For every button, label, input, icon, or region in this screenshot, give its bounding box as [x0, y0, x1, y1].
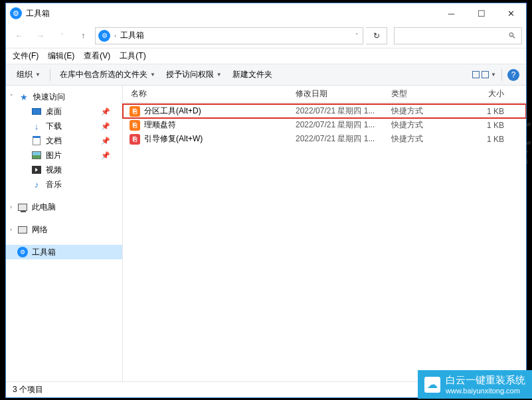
file-icon: ⎘ [130, 134, 140, 145]
address-bar[interactable]: ⚙ › 工具箱 ˅ [95, 27, 363, 44]
toolbox-icon: ⚙ [17, 247, 28, 257]
file-size: 1 KB [463, 135, 511, 144]
video-icon [31, 165, 42, 175]
back-button[interactable]: ← [10, 27, 29, 45]
pc-icon [17, 202, 28, 212]
menu-edit[interactable]: 编辑(E) [48, 50, 74, 62]
title-bar[interactable]: ⚙ 工具箱 ─ ☐ ✕ [6, 3, 526, 23]
location-icon: ⚙ [98, 30, 110, 42]
sidebar-this-pc[interactable]: › 此电脑 [6, 200, 122, 214]
chevron-down-icon: ▼ [150, 72, 155, 78]
column-headers: 名称 修改日期 类型 大小 [123, 86, 526, 103]
pin-icon: 📌 [101, 137, 110, 145]
view-options-button[interactable]: ▼ [472, 71, 496, 78]
close-button[interactable]: ✕ [496, 4, 526, 23]
file-row[interactable]: ⎘引导修复(Alt+W)2022/07/21 星期四 1...快捷方式1 KB [123, 132, 526, 146]
watermark-icon: ☁ [424, 377, 440, 393]
col-size[interactable]: 大小 [463, 88, 511, 100]
chevron-down-icon: ▼ [491, 72, 496, 78]
file-date: 2022/07/21 星期四 1... [296, 105, 391, 117]
include-button[interactable]: 在库中包含所选的文件夹 ▼ [56, 64, 159, 85]
new-folder-button[interactable]: 新建文件夹 [228, 64, 276, 85]
item-count: 3 个项目 [13, 384, 43, 395]
chevron-down-icon: ▼ [35, 72, 41, 78]
access-button[interactable]: 授予访问权限 ▼ [162, 64, 226, 85]
sidebar-downloads[interactable]: ↓ 下载 📌 [6, 119, 122, 133]
network-icon [17, 224, 28, 235]
file-icon: ⎘ [130, 120, 140, 131]
toolbar: 组织 ▼ 在库中包含所选的文件夹 ▼ 授予访问权限 ▼ 新建文件夹 ▼ ? [6, 64, 526, 86]
forward-button[interactable]: → [31, 27, 50, 45]
file-area: 名称 修改日期 类型 大小 ⎘分区工具(Alt+D)2022/07/21 星期四… [123, 86, 526, 381]
chevron-down-icon: ▼ [217, 72, 222, 78]
music-icon: ♪ [31, 179, 42, 190]
file-type: 快捷方式 [391, 119, 463, 131]
refresh-button[interactable]: ↻ [366, 27, 387, 44]
nav-bar: ← → ˅ ↑ ⚙ › 工具箱 ˅ ↻ 🔍︎ [6, 23, 526, 48]
watermark-url: www.baiyunxitong.com [446, 387, 525, 395]
nav-sidebar: ˅ ★ 快速访问 桌面 📌 ↓ 下载 📌 文档 📌 图片 [6, 86, 123, 381]
menu-tools[interactable]: 工具(T) [120, 50, 145, 62]
maximize-button[interactable]: ☐ [466, 4, 496, 23]
col-type[interactable]: 类型 [391, 88, 463, 100]
content-area: ˅ ★ 快速访问 桌面 📌 ↓ 下载 📌 文档 📌 图片 [6, 86, 526, 381]
file-date: 2022/07/21 星期四 1... [296, 119, 391, 131]
file-type: 快捷方式 [391, 105, 463, 117]
file-name: 分区工具(Alt+D) [144, 105, 201, 117]
recent-dropdown[interactable]: ˅ [52, 27, 71, 45]
menu-bar: 文件(F) 编辑(E) 查看(V) 工具(T) [6, 48, 526, 64]
file-type: 快捷方式 [391, 133, 463, 145]
pin-icon: 📌 [101, 122, 110, 131]
app-icon: ⚙ [10, 7, 22, 19]
search-input[interactable]: 🔍︎ [394, 27, 522, 44]
file-date: 2022/07/21 星期四 1... [296, 133, 391, 145]
pin-icon: 📌 [101, 107, 110, 116]
search-icon: 🔍︎ [508, 31, 516, 40]
file-row[interactable]: ⎘理顺盘符2022/07/21 星期四 1...快捷方式1 KB [123, 118, 526, 132]
file-size: 1 KB [463, 107, 511, 116]
desktop-icon [31, 106, 42, 117]
up-button[interactable]: ↑ [74, 27, 92, 45]
file-list[interactable]: ⎘分区工具(Alt+D)2022/07/21 星期四 1...快捷方式1 KB⎘… [123, 103, 526, 381]
chevron-right-icon: › [113, 33, 118, 39]
watermark-text: 白云一键重装系统 [446, 374, 525, 387]
watermark: ☁ 白云一键重装系统 www.baiyunxitong.com [418, 370, 532, 399]
sidebar-toolbox[interactable]: › ⚙ 工具箱 [6, 245, 122, 259]
menu-file[interactable]: 文件(F) [13, 50, 39, 62]
organize-button[interactable]: 组织 ▼ [13, 64, 44, 85]
file-icon: ⎘ [130, 106, 140, 117]
minimize-button[interactable]: ─ [436, 4, 466, 23]
expand-icon[interactable]: › [10, 204, 12, 210]
file-size: 1 KB [463, 121, 511, 130]
menu-view[interactable]: 查看(V) [84, 50, 110, 62]
help-button[interactable]: ? [507, 69, 519, 81]
sidebar-pictures[interactable]: 图片 📌 [6, 148, 122, 163]
sidebar-desktop[interactable]: 桌面 📌 [6, 104, 122, 119]
chevron-down-icon[interactable]: ˅ [354, 33, 360, 39]
picture-icon [31, 150, 42, 161]
col-name[interactable]: 名称 [123, 88, 296, 100]
sidebar-network[interactable]: › 网络 [6, 222, 122, 237]
expand-icon[interactable]: › [10, 226, 12, 233]
sidebar-quick-access[interactable]: ˅ ★ 快速访问 [6, 90, 122, 104]
explorer-window: ⚙ 工具箱 ─ ☐ ✕ ← → ˅ ↑ ⚙ › 工具箱 ˅ ↻ 🔍︎ 文件(F)… [5, 3, 527, 398]
sidebar-documents[interactable]: 文档 📌 [6, 133, 122, 148]
window-title: 工具箱 [26, 8, 50, 19]
sidebar-music[interactable]: ♪ 音乐 [6, 177, 122, 192]
document-icon [31, 135, 42, 146]
col-date[interactable]: 修改日期 [296, 88, 391, 100]
download-icon: ↓ [31, 121, 42, 131]
file-row[interactable]: ⎘分区工具(Alt+D)2022/07/21 星期四 1...快捷方式1 KB [123, 104, 526, 118]
pin-icon: 📌 [101, 151, 110, 160]
expand-icon[interactable]: ˅ [10, 94, 13, 100]
star-icon: ★ [19, 92, 29, 102]
file-name: 引导修复(Alt+W) [144, 133, 203, 145]
sidebar-videos[interactable]: 视频 [6, 163, 122, 177]
file-name: 理顺盘符 [144, 119, 176, 131]
breadcrumb-label[interactable]: 工具箱 [120, 30, 144, 41]
